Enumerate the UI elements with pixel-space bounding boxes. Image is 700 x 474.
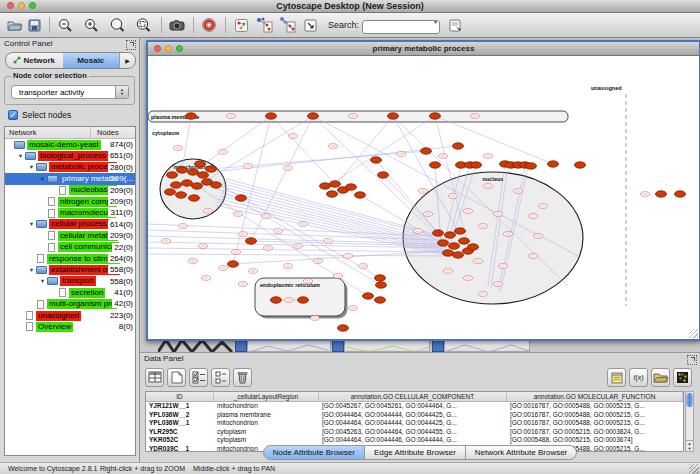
background-window[interactable] (444, 340, 530, 352)
tree-row[interactable]: unassigned223(0) (5, 310, 135, 321)
background-window[interactable] (344, 340, 430, 352)
network-node[interactable] (176, 192, 187, 198)
network-node[interactable] (455, 228, 466, 234)
network-node[interactable] (192, 183, 203, 189)
network-node[interactable] (308, 113, 319, 119)
tree-row[interactable]: Overview8(0) (5, 321, 135, 332)
background-window-edge[interactable] (235, 340, 247, 352)
edge[interactable] (148, 254, 446, 256)
network-canvas[interactable]: plasma membranecytoplasmmitochondrionnuc… (148, 56, 695, 339)
zoom-fit-icon[interactable] (107, 15, 127, 35)
float-panel-icon[interactable] (126, 40, 136, 50)
save-icon[interactable] (24, 15, 44, 35)
disclosure-triangle-icon[interactable]: ▼ (27, 164, 36, 170)
network-node[interactable] (355, 192, 366, 198)
tree-row[interactable]: ▼cellular process614(0) (5, 219, 135, 230)
network-node[interactable] (371, 157, 382, 163)
tree-row[interactable]: response to stimulu264(0) (5, 253, 135, 264)
table-row[interactable]: YPL036W__2plasma membrane[GO:0044464, GO… (146, 411, 683, 420)
minimize-button[interactable] (18, 2, 25, 9)
select-attributes-icon[interactable] (189, 368, 208, 387)
function-builder-icon[interactable]: f(x) (629, 368, 648, 387)
new-attribute-icon[interactable] (167, 368, 186, 387)
network-node[interactable] (453, 143, 464, 149)
network-node[interactable] (327, 191, 338, 197)
background-window[interactable] (247, 340, 331, 352)
disclosure-triangle-icon[interactable]: ▼ (16, 153, 25, 159)
network-node[interactable] (177, 167, 188, 173)
network-node[interactable] (548, 161, 559, 167)
node-color-combo[interactable]: transporter activity ▲▼ (11, 85, 129, 99)
network-node[interactable] (430, 113, 441, 119)
help-icon[interactable] (199, 15, 219, 35)
tree-row[interactable]: ▼transport558(0) (5, 276, 135, 287)
network-node[interactable] (346, 184, 357, 190)
network-node[interactable] (167, 172, 178, 178)
snapshot-icon[interactable] (167, 15, 187, 35)
unselect-attributes-icon[interactable] (211, 368, 230, 387)
tree-row[interactable]: nucleobase-209(0) (5, 185, 135, 196)
zoom-button[interactable] (176, 45, 183, 52)
network-node[interactable] (449, 243, 460, 249)
zoom-button[interactable] (29, 2, 36, 9)
edge[interactable] (435, 116, 553, 164)
combo-stepper-icon[interactable]: ▲▼ (115, 86, 128, 98)
network-node[interactable] (459, 238, 470, 244)
tree-row[interactable]: macromolecule311(0) (5, 207, 135, 218)
background-window-edge[interactable] (332, 340, 344, 352)
network-node[interactable] (438, 240, 449, 246)
network-node[interactable] (198, 172, 209, 178)
tree-row[interactable]: ▼biological_process651(0) (5, 150, 135, 161)
close-button[interactable] (154, 45, 161, 52)
network-node[interactable] (271, 297, 282, 303)
attribute-editor-icon[interactable] (607, 368, 626, 387)
network-node[interactable] (430, 162, 441, 168)
network-node[interactable] (320, 183, 331, 189)
matrix-icon[interactable] (673, 368, 692, 387)
tree-row[interactable]: secretion41(0) (5, 287, 135, 298)
tab-network[interactable]: Network (6, 53, 63, 68)
network-node[interactable] (468, 244, 479, 250)
network-window-titlebar[interactable]: primary metabolic process (148, 42, 699, 56)
disclosure-triangle-icon[interactable]: ▼ (27, 267, 36, 273)
network-node[interactable] (471, 162, 482, 168)
float-panel-icon[interactable] (687, 355, 697, 365)
table-scrollbar[interactable]: ▲▼ (685, 391, 694, 452)
tab-edge-attribute-browser[interactable]: Edge Attribute Browser (365, 445, 466, 460)
attribute-table-icon[interactable] (145, 368, 164, 387)
column-header[interactable]: annotation.GO CELLULAR_COMPONENT (319, 392, 507, 401)
import-attributes-icon[interactable] (651, 368, 670, 387)
network-node[interactable] (206, 166, 217, 172)
table-row[interactable]: YJR121W__1mitochondrion[GO:0045267, GO:0… (146, 402, 683, 411)
network-node[interactable] (246, 238, 257, 244)
network-node[interactable] (171, 182, 182, 188)
network-node[interactable] (165, 189, 176, 195)
app-resize-grip[interactable] (689, 464, 699, 474)
network-node[interactable] (675, 191, 686, 197)
tree-row[interactable]: nitrogen compo209(0) (5, 196, 135, 207)
scrollbar-thumb[interactable] (686, 393, 693, 407)
tree-row[interactable]: mosaic-demo-yeast874(0) (5, 139, 135, 150)
delete-attribute-icon[interactable] (233, 368, 252, 387)
search-dropdown-icon[interactable]: ▼ (433, 19, 438, 25)
network-node[interactable] (388, 113, 399, 119)
network-node[interactable] (433, 230, 444, 236)
tree-row[interactable]: cell communicat22(0) (5, 242, 135, 253)
layout-red-icon[interactable] (277, 15, 297, 35)
column-header[interactable]: _cellularLayoutRegion (214, 392, 319, 401)
network-node[interactable] (266, 113, 277, 119)
network-node[interactable] (421, 148, 432, 154)
network-node[interactable] (186, 113, 197, 119)
disclosure-triangle-icon[interactable]: ▼ (38, 176, 47, 182)
window-resize-grip[interactable] (689, 329, 698, 338)
network-node[interactable] (228, 261, 239, 267)
network-node[interactable] (526, 163, 537, 169)
network-node[interactable] (182, 180, 193, 186)
edge[interactable] (271, 116, 335, 184)
disclosure-triangle-icon[interactable]: ▼ (38, 278, 47, 284)
network-node[interactable] (375, 275, 386, 281)
edge[interactable] (207, 182, 381, 285)
network-node[interactable] (298, 297, 309, 303)
tree-row[interactable]: ▼metabolic process280(0) (5, 162, 135, 173)
network-node[interactable] (656, 191, 667, 197)
